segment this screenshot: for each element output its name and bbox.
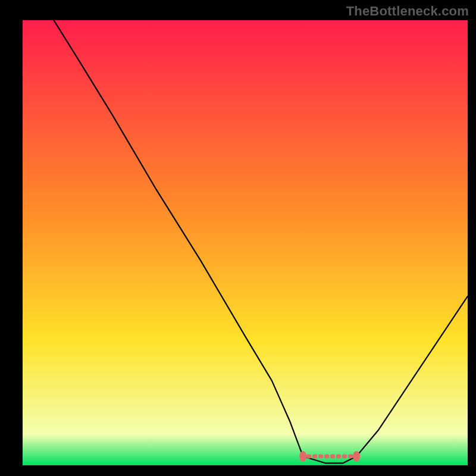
svg-rect-8 [342,455,347,459]
svg-rect-9 [348,455,353,459]
svg-point-0 [299,451,306,462]
plot-background [23,20,468,465]
svg-rect-6 [330,455,335,459]
svg-rect-3 [312,455,317,459]
svg-rect-7 [336,455,341,459]
bottleneck-chart [0,0,476,476]
chart-frame: TheBottleneck.com [0,0,476,476]
watermark-text: TheBottleneck.com [346,4,469,19]
svg-rect-5 [324,455,329,459]
svg-point-1 [353,451,360,462]
svg-rect-2 [306,455,311,459]
svg-rect-4 [318,455,323,459]
